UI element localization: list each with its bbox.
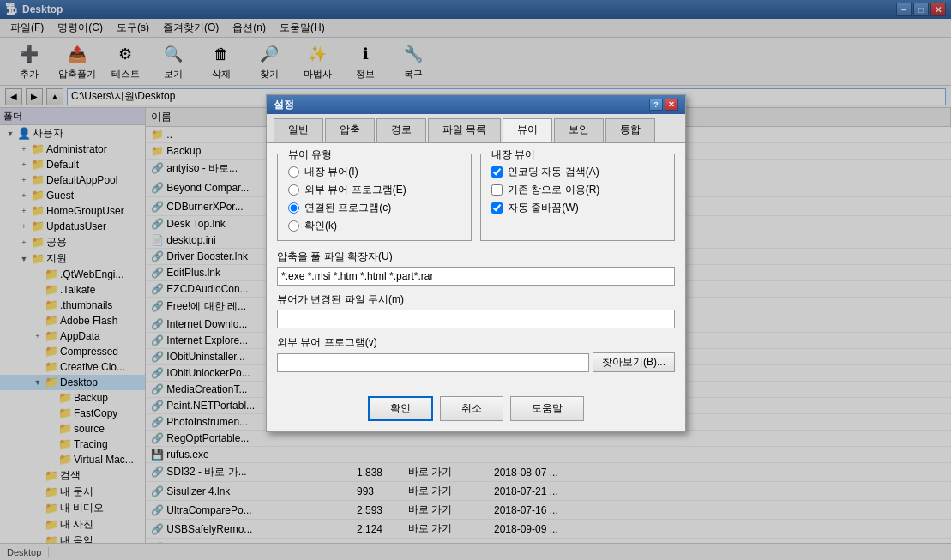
settings-dialog: 설정 ? ✕ 일반 압축 경로 파일 목록 뷰어 보안 통합 뷰어 유형 [266,94,686,432]
radio-internal-label: 내장 뷰어(I) [304,165,358,179]
checkbox-existing-window[interactable]: 기존 창으로 이용(R) [491,183,664,197]
internal-viewer-title: 내장 뷰어 [488,148,539,162]
radio-external-program[interactable]: 외부 뷰어 프로그램(E) [288,183,460,197]
tab-integration[interactable]: 통합 [605,118,655,142]
internal-viewer-section: 내장 뷰어 인코딩 자동 검색(A) 기존 창으로 이용(R) 자동 줄바 [480,154,675,241]
ignore-modified-row: 뷰어가 변경된 파일 무시(m) [277,292,675,328]
checkbox-autowrap[interactable]: 자동 줄바꿈(W) [491,201,664,215]
dialog-close-button[interactable]: ✕ [665,99,678,111]
radio-external-program-input[interactable] [288,184,299,196]
radio-confirm-input[interactable] [288,220,299,232]
ignore-modified-label: 뷰어가 변경된 파일 무시(m) [277,292,675,307]
tab-security[interactable]: 보안 [554,118,604,142]
radio-group: 내장 뷰어(I) 외부 뷰어 프로그램(E) 연결된 프로그램(c) [288,165,460,233]
compress-extensions-row: 압축을 풀 파일 확장자(U) [277,250,675,286]
dialog-help-button[interactable]: ? [649,99,663,111]
checkbox-existing-window-input[interactable] [491,184,503,196]
checkbox-existing-window-label: 기존 창으로 이용(R) [508,183,599,197]
external-viewer-label: 외부 뷰어 프로그램(v) [277,335,675,350]
dialog-title-controls: ? ✕ [649,99,678,111]
dialog-title-text: 설정 [274,98,294,112]
tab-filelist[interactable]: 파일 목록 [428,118,501,142]
cancel-button[interactable]: 취소 [440,396,503,421]
browse-button[interactable]: 찾아보기(B)... [593,352,675,372]
checkbox-autowrap-label: 자동 줄바꿈(W) [508,201,579,215]
tab-compress[interactable]: 압축 [325,118,375,142]
dialog-footer: 확인 취소 도움말 [267,389,685,431]
checkbox-encoding-label: 인코딩 자동 검색(A) [508,165,599,179]
radio-associated[interactable]: 연결된 프로그램(c) [288,201,460,215]
viewer-type-section: 뷰어 유형 내장 뷰어(I) 외부 뷰어 프로그램(E) 연결된 프로그램 [277,154,472,241]
tab-path[interactable]: 경로 [376,118,426,142]
radio-confirm-label: 확인(k) [304,219,337,233]
compress-extensions-input[interactable] [277,267,675,286]
external-viewer-input[interactable] [277,353,589,372]
dialog-title-bar: 설정 ? ✕ [267,95,685,114]
tab-general[interactable]: 일반 [274,118,323,142]
external-viewer-row: 외부 뷰어 프로그램(v) 찾아보기(B)... [277,335,675,372]
tab-viewer[interactable]: 뷰어 [503,118,552,142]
dialog-body: 뷰어 유형 내장 뷰어(I) 외부 뷰어 프로그램(E) 연결된 프로그램 [267,143,685,389]
radio-external-program-label: 외부 뷰어 프로그램(E) [304,183,406,197]
checkbox-autowrap-input[interactable] [491,202,503,214]
dialog-overlay: 설정 ? ✕ 일반 압축 경로 파일 목록 뷰어 보안 통합 뷰어 유형 [0,0,951,560]
checkbox-encoding[interactable]: 인코딩 자동 검색(A) [491,165,664,179]
compress-extensions-label: 압축을 풀 파일 확장자(U) [277,250,675,264]
radio-confirm[interactable]: 확인(k) [288,219,460,233]
radio-associated-input[interactable] [288,202,299,214]
ignore-modified-input[interactable] [277,310,675,328]
viewer-type-title: 뷰어 유형 [285,148,335,162]
radio-associated-label: 연결된 프로그램(c) [304,201,391,215]
checkbox-encoding-input[interactable] [491,166,503,178]
radio-internal[interactable]: 내장 뷰어(I) [288,165,460,179]
help-button[interactable]: 도움말 [510,396,584,421]
external-viewer-inline: 찾아보기(B)... [277,352,675,372]
dialog-tabs: 일반 압축 경로 파일 목록 뷰어 보안 통합 [267,114,685,143]
ok-button[interactable]: 확인 [368,396,433,421]
radio-internal-input[interactable] [288,166,299,178]
dialog-two-col: 뷰어 유형 내장 뷰어(I) 외부 뷰어 프로그램(E) 연결된 프로그램 [277,154,675,250]
